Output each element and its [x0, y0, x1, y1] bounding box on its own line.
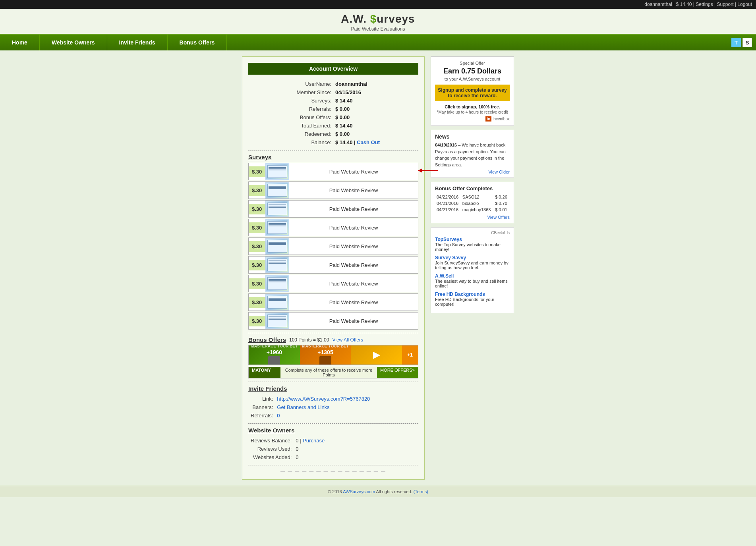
nav-home[interactable]: Home [0, 35, 40, 50]
survey-item[interactable]: $.30 Paid Website Review [248, 256, 418, 274]
ad-desc-hdbg: Free HD Backgrounds for your computer! [435, 297, 510, 307]
survey-item[interactable]: $.30 Paid Website Review [248, 275, 418, 292]
survey-item[interactable]: $.30 Paid Website Review [248, 312, 418, 330]
main-content: Account Overview UserName: doannamthai M… [0, 50, 756, 486]
bonus-item-plus1: +1 [402, 345, 418, 365]
invite-friends-title: Invite Friends [248, 385, 418, 392]
survey-item[interactable]: $.30 Paid Website Review [248, 163, 418, 180]
click-free-text: Click to signup, 100% free. [435, 104, 510, 109]
bonus-offers-title: Bonus Offers [248, 336, 286, 343]
survey-price: $.30 [249, 166, 265, 177]
website-owners-title: Website Owners [248, 427, 418, 434]
cbeckads-box: CBeckAds TopSurveys The Top Survey websi… [431, 227, 514, 313]
survey-item[interactable]: $.30 Paid Website Review [248, 237, 418, 255]
survey-price: $.30 [249, 241, 265, 252]
nav-bonus-offers[interactable]: Bonus Offers [168, 35, 227, 50]
settings-link[interactable]: Settings [696, 2, 713, 7]
site-tagline: Paid Website Evaluations [0, 26, 756, 32]
support-link[interactable]: Support [717, 2, 733, 7]
account-row-surveys: Surveys: $ 14.40 [249, 97, 418, 104]
view-all-offers-link[interactable]: View All Offers [332, 337, 363, 343]
websites-added-value: 0 [294, 453, 326, 461]
news-title: News [435, 133, 510, 140]
username-value: doannamthai [334, 80, 418, 88]
cbeckads-label: CBeckAds [435, 231, 510, 235]
invite-referrals-value: 0 [275, 412, 371, 419]
survey-label: Paid Website Review [289, 318, 418, 324]
invite-link-url[interactable]: http://www.AWSurveys.com?R=5767820 [277, 396, 370, 402]
footer-terms-link[interactable]: (Terms) [414, 489, 428, 494]
ad-desc-awsell: The easiest way to buy and sell items on… [435, 279, 510, 288]
site-logo: A.W. $urveys [0, 13, 756, 25]
divider-after-surveys [248, 333, 418, 333]
bc-amount: $ 0.01 [494, 207, 509, 212]
referrals-count-link[interactable]: 0 [277, 413, 280, 419]
ad-link-hdbg[interactable]: Free HD Backgrounds [435, 291, 510, 297]
total-label: Total Earned: [249, 122, 333, 129]
survey-label: Paid Website Review [289, 299, 418, 305]
survey-thumbnail [265, 182, 289, 199]
footer-site-link[interactable]: AWSurveys.com [343, 489, 375, 494]
redeemed-label: Redeemed: [249, 130, 333, 138]
survey-price: $.30 [249, 185, 265, 196]
survey-thumbnail [265, 219, 289, 236]
wo-table: Reviews Balance: 0 | Purchase Reviews Us… [248, 436, 327, 462]
get-banners-link[interactable]: Get Banners and Links [277, 404, 329, 410]
survey-label: Paid Website Review [289, 206, 418, 212]
survey-item[interactable]: $.30 Paid Website Review [248, 293, 418, 311]
ad-link-awsell[interactable]: A.W.Sell [435, 273, 510, 279]
bc-row: 04/21/2016 bibabolo $ 0.70 [436, 201, 509, 206]
nav-icons: T S [731, 38, 756, 47]
nav-invite-friends[interactable]: Invite Friends [107, 35, 168, 50]
main-nav: Home Website Owners Invite Friends Bonus… [0, 35, 756, 50]
logout-link[interactable]: Logout [737, 2, 752, 7]
cbeckads-item: A.W.Sell The easiest way to buy and sell… [435, 273, 510, 288]
purchase-link[interactable]: Purchase [303, 438, 325, 444]
bonus-complete-box: Bonus Offer Completes 04/22/2016 SASO12 … [431, 182, 514, 223]
cash-out-link[interactable]: Cash Out [357, 139, 380, 145]
topbar-balance: $ 14.40 [676, 2, 692, 7]
survey-label: Paid Website Review [289, 225, 418, 231]
nav-twitter-icon[interactable]: T [731, 38, 741, 47]
ad-link-surveysavvy[interactable]: Survey Savvy [435, 255, 510, 260]
account-row-bonus: Bonus Offers: $ 0.00 [249, 114, 418, 121]
survey-label: Paid Website Review [289, 243, 418, 249]
survey-thumbnail [265, 313, 289, 329]
ad-link-topsurveys[interactable]: TopSurveys [435, 237, 510, 242]
nav-stumble-icon[interactable]: S [742, 38, 752, 47]
invite-table: Link: http://www.AWSurveys.com?R=5767820… [248, 394, 372, 420]
bonus-complete-title: Bonus Offer Completes [435, 185, 510, 191]
bc-date: 04/21/2016 [436, 201, 461, 206]
invite-referrals-label: Referrals: [249, 412, 275, 419]
invite-link-label: Link: [249, 395, 275, 403]
more-offers-link[interactable]: MORE OFFERS> [377, 367, 418, 378]
incentbox-icon: in [485, 116, 491, 122]
survey-thumbnail [265, 201, 289, 217]
earn-subtitle: to your A.W.Surveys account [435, 77, 510, 81]
account-table: UserName: doannamthai Member Since: 04/1… [248, 79, 418, 147]
referrals-label: Referrals: [249, 105, 333, 113]
balance-label: Balance: [249, 139, 333, 146]
view-older-link[interactable]: View Older [488, 170, 510, 174]
bonus-item-yellow[interactable]: ▶ [351, 345, 402, 365]
reviews-used-label: Reviews Used: [249, 445, 293, 453]
survey-price: $.30 [249, 260, 265, 270]
view-offers: View Offers [435, 215, 510, 220]
survey-item[interactable]: $.30 Paid Website Review [248, 219, 418, 236]
bonus-item-green: MASTERACE YOUR BET +1960 [249, 345, 300, 365]
bonus-offers-section-header: Bonus Offers 100 Points = $1.00 View All… [248, 336, 418, 343]
survey-label: Paid Website Review [289, 187, 418, 193]
survey-thumbnail [265, 238, 289, 255]
view-offers-link[interactable]: View Offers [487, 215, 510, 220]
survey-price: $.30 [249, 316, 265, 326]
referrals-value: $ 0.00 [334, 105, 418, 113]
nav-website-owners[interactable]: Website Owners [40, 35, 107, 50]
survey-item[interactable]: $.30 Paid Website Review [248, 200, 418, 218]
topbar-username: doannamthai [644, 2, 672, 7]
balance-value: $ 14.40 | Cash Out [334, 139, 418, 146]
account-overview-header: Account Overview [248, 63, 418, 75]
signup-button[interactable]: Signup and complete a survey to receive … [435, 85, 510, 101]
survey-item[interactable]: $.30 Paid Website Review [248, 181, 418, 199]
member-since-label: Member Since: [249, 89, 333, 96]
reviews-balance-value: 0 | Purchase [294, 437, 326, 444]
